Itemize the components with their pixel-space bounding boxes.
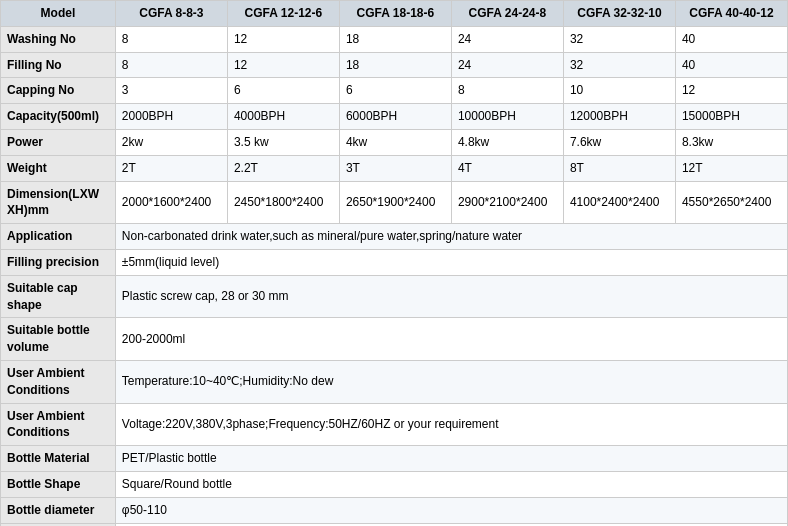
span-cell: Temperature:10~40℃;Humidity:No dew — [115, 360, 787, 403]
data-cell: 12 — [227, 26, 339, 52]
data-cell: 7.6kw — [563, 129, 675, 155]
data-cell: 3T — [339, 155, 451, 181]
table-row: Dimension(LXWXH)mm2000*1600*24002450*180… — [1, 181, 788, 224]
table-row: Filling precision±5mm(liquid level) — [1, 249, 788, 275]
data-cell: 32 — [563, 26, 675, 52]
row-label: User AmbientConditions — [1, 403, 116, 446]
row-label: User AmbientConditions — [1, 360, 116, 403]
data-cell: 24 — [451, 52, 563, 78]
table-row: Bottle ShapeSquare/Round bottle — [1, 471, 788, 497]
table-row: ApplicationNon-carbonated drink water,su… — [1, 224, 788, 250]
span-cell: Square/Round bottle — [115, 471, 787, 497]
span-cell: Plastic screw cap, 28 or 30 mm — [115, 275, 787, 318]
row-label: Capacity(500ml) — [1, 104, 116, 130]
span-cell: Non-carbonated drink water,such as miner… — [115, 224, 787, 250]
data-cell: 6 — [227, 78, 339, 104]
data-cell: 18 — [339, 52, 451, 78]
table-row: Capping No36681012 — [1, 78, 788, 104]
table-row: Suitable bottlevolume200-2000ml — [1, 318, 788, 361]
col-header-model: Model — [1, 1, 116, 27]
row-label: Dimension(LXWXH)mm — [1, 181, 116, 224]
table-row: Suitable capshapePlastic screw cap, 28 o… — [1, 275, 788, 318]
data-cell: 32 — [563, 52, 675, 78]
data-cell: 12000BPH — [563, 104, 675, 130]
data-cell: 2000*1600*2400 — [115, 181, 227, 224]
data-cell: 2900*2100*2400 — [451, 181, 563, 224]
data-cell: 8T — [563, 155, 675, 181]
data-cell: 12T — [675, 155, 787, 181]
span-cell: Voltage:220V,380V,3phase;Frequency:50HZ/… — [115, 403, 787, 446]
data-cell: 2650*1900*2400 — [339, 181, 451, 224]
data-cell: 10 — [563, 78, 675, 104]
row-label: Weight — [1, 155, 116, 181]
row-label: Filling No — [1, 52, 116, 78]
data-cell: 8 — [451, 78, 563, 104]
row-label: Capping No — [1, 78, 116, 104]
table-row: Power2kw3.5 kw4kw4.8kw7.6kw8.3kw — [1, 129, 788, 155]
spec-table-container: Model CGFA 8-8-3 CGFA 12-12-6 CGFA 18-18… — [0, 0, 788, 526]
table-row: Washing No81218243240 — [1, 26, 788, 52]
data-cell: 40 — [675, 52, 787, 78]
row-label: Suitable bottlevolume — [1, 318, 116, 361]
table-row: User AmbientConditionsTemperature:10~40℃… — [1, 360, 788, 403]
data-cell: 6000BPH — [339, 104, 451, 130]
row-label: Filling precision — [1, 249, 116, 275]
data-cell: 4100*2400*2400 — [563, 181, 675, 224]
col-header-3: CGFA 18-18-6 — [339, 1, 451, 27]
data-cell: 8.3kw — [675, 129, 787, 155]
data-cell: 4550*2650*2400 — [675, 181, 787, 224]
data-cell: 2T — [115, 155, 227, 181]
table-row: User AmbientConditionsVoltage:220V,380V,… — [1, 403, 788, 446]
table-row: Capacity(500ml)2000BPH4000BPH6000BPH1000… — [1, 104, 788, 130]
span-cell: φ50-110 — [115, 497, 787, 523]
span-cell: PET/Plastic bottle — [115, 446, 787, 472]
data-cell: 8 — [115, 26, 227, 52]
spec-table: Model CGFA 8-8-3 CGFA 12-12-6 CGFA 18-18… — [0, 0, 788, 526]
data-cell: 4kw — [339, 129, 451, 155]
data-cell: 10000BPH — [451, 104, 563, 130]
table-row: Filling No81218243240 — [1, 52, 788, 78]
row-label: Power — [1, 129, 116, 155]
table-row: Bottle diameterφ50-110 — [1, 497, 788, 523]
row-label: Bottle diameter — [1, 497, 116, 523]
table-row: Weight2T2.2T3T4T8T12T — [1, 155, 788, 181]
span-cell: ±5mm(liquid level) — [115, 249, 787, 275]
data-cell: 2450*1800*2400 — [227, 181, 339, 224]
data-cell: 15000BPH — [675, 104, 787, 130]
data-cell: 12 — [675, 78, 787, 104]
data-cell: 40 — [675, 26, 787, 52]
data-cell: 6 — [339, 78, 451, 104]
data-cell: 8 — [115, 52, 227, 78]
data-cell: 4T — [451, 155, 563, 181]
data-cell: 3.5 kw — [227, 129, 339, 155]
row-label: Bottle Shape — [1, 471, 116, 497]
col-header-2: CGFA 12-12-6 — [227, 1, 339, 27]
data-cell: 4000BPH — [227, 104, 339, 130]
col-header-4: CGFA 24-24-8 — [451, 1, 563, 27]
data-cell: 12 — [227, 52, 339, 78]
span-cell: 200-2000ml — [115, 318, 787, 361]
data-cell: 2000BPH — [115, 104, 227, 130]
row-label: Washing No — [1, 26, 116, 52]
col-header-5: CGFA 32-32-10 — [563, 1, 675, 27]
row-label: Suitable capshape — [1, 275, 116, 318]
row-label: Application — [1, 224, 116, 250]
data-cell: 4.8kw — [451, 129, 563, 155]
data-cell: 18 — [339, 26, 451, 52]
data-cell: 2.2T — [227, 155, 339, 181]
row-label: Bottle Material — [1, 446, 116, 472]
data-cell: 3 — [115, 78, 227, 104]
data-cell: 24 — [451, 26, 563, 52]
table-row: Bottle MaterialPET/Plastic bottle — [1, 446, 788, 472]
col-header-6: CGFA 40-40-12 — [675, 1, 787, 27]
col-header-1: CGFA 8-8-3 — [115, 1, 227, 27]
data-cell: 2kw — [115, 129, 227, 155]
